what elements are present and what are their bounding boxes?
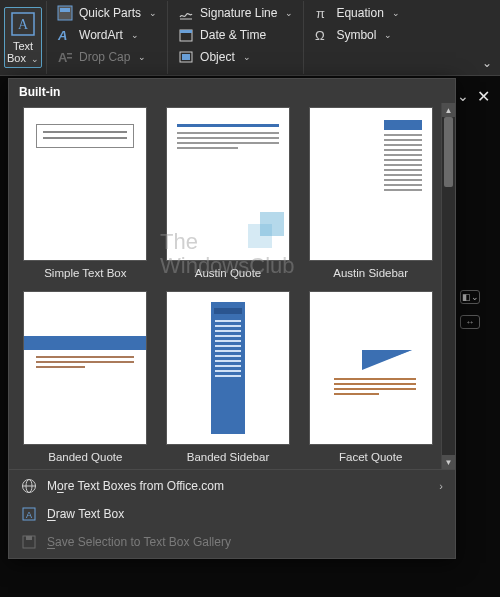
thumbnail: [309, 107, 433, 261]
quick-parts-label: Quick Parts: [79, 6, 141, 20]
drop-cap-button[interactable]: A Drop Cap ⌄: [53, 47, 161, 67]
thumbnail: [309, 291, 433, 445]
gallery-scrollbar[interactable]: ▲ ▼: [441, 103, 455, 469]
signature-line-label: Signature Line: [200, 6, 277, 20]
svg-rect-21: [26, 536, 32, 540]
object-label: Object: [200, 50, 235, 64]
pane-controls: ⌄ ✕: [450, 76, 500, 116]
svg-text:A: A: [26, 510, 32, 520]
wordart-button[interactable]: A WordArt ⌄: [53, 25, 161, 45]
calendar-icon: [178, 27, 194, 43]
equation-icon: π: [314, 5, 330, 21]
svg-rect-12: [182, 54, 190, 60]
tile-label: Banded Quote: [48, 451, 122, 463]
svg-rect-10: [180, 30, 192, 33]
tile-austin-quote[interactable]: Austin Quote: [162, 107, 295, 281]
ribbon-group-symbols: π Equation ⌄ Ω Symbol ⌄: [304, 1, 409, 74]
tile-label: Simple Text Box: [44, 267, 126, 279]
chevron-right-icon: ›: [439, 480, 443, 492]
svg-rect-7: [67, 57, 72, 59]
tile-austin-sidebar[interactable]: Austin Sidebar: [304, 107, 437, 281]
symbol-label: Symbol: [336, 28, 376, 42]
more-text-boxes-label: More Text Boxes from Office.com: [47, 479, 429, 493]
save-selection-label: Save Selection to Text Box Gallery: [47, 535, 443, 549]
scroll-thumb[interactable]: [444, 117, 453, 187]
quick-parts-icon: [57, 5, 73, 21]
drop-cap-icon: A: [57, 49, 73, 65]
draw-text-box-label: Draw Text Box: [47, 507, 443, 521]
tile-banded-sidebar[interactable]: Banded Sidebar: [162, 291, 295, 465]
bg-control-2[interactable]: ↔: [460, 315, 480, 329]
svg-text:A: A: [57, 28, 67, 43]
date-time-label: Date & Time: [200, 28, 266, 42]
globe-icon: [21, 478, 37, 494]
chevron-down-icon: ⌄: [392, 8, 400, 18]
save-icon: [21, 534, 37, 550]
object-button[interactable]: Object ⌄: [174, 47, 297, 67]
tile-banded-quote[interactable]: Banded Quote: [19, 291, 152, 465]
thumbnail: [23, 107, 147, 261]
gallery-wrap: Simple Text Box Austin Quote: [9, 103, 455, 469]
svg-rect-3: [60, 8, 70, 12]
text-box-gallery-panel: Built-in Simple Text Box Austin Quote: [8, 78, 456, 559]
tile-label: Austin Quote: [195, 267, 261, 279]
equation-label: Equation: [336, 6, 383, 20]
gallery-footer: More Text Boxes from Office.com › A Draw…: [9, 469, 455, 558]
signature-icon: [178, 5, 194, 21]
chevron-down-icon: ⌄: [384, 30, 392, 40]
date-time-button[interactable]: Date & Time: [174, 25, 297, 45]
text-box-button[interactable]: A Text Box ⌄: [4, 7, 42, 68]
svg-rect-6: [67, 53, 72, 55]
text-box-label: Text Box ⌄: [7, 40, 39, 65]
chevron-down-icon: ⌄: [243, 52, 251, 62]
close-pane-button[interactable]: ✕: [477, 87, 490, 106]
signature-line-button[interactable]: Signature Line ⌄: [174, 3, 297, 23]
scroll-up-button[interactable]: ▲: [442, 103, 455, 117]
chevron-down-icon: ⌄: [131, 30, 139, 40]
collapse-ribbon-icon[interactable]: ⌄: [482, 56, 492, 70]
text-box-icon: A: [9, 10, 37, 38]
gallery-header: Built-in: [9, 79, 455, 103]
more-text-boxes-menu[interactable]: More Text Boxes from Office.com ›: [9, 472, 455, 500]
gallery-grid: Simple Text Box Austin Quote: [9, 103, 441, 469]
ribbon-group-parts: Quick Parts ⌄ A WordArt ⌄ A Drop Cap ⌄: [47, 1, 168, 74]
palette-icon: ◧: [462, 292, 471, 302]
wordart-icon: A: [57, 27, 73, 43]
bg-control[interactable]: ◧ ⌄: [460, 290, 480, 304]
tile-label: Facet Quote: [339, 451, 402, 463]
svg-text:A: A: [18, 17, 29, 32]
chevron-down-icon: ⌄: [149, 8, 157, 18]
draw-text-box-menu[interactable]: A Draw Text Box: [9, 500, 455, 528]
chevron-down-icon: ⌄: [138, 52, 146, 62]
equation-button[interactable]: π Equation ⌄: [310, 3, 403, 23]
tile-label: Banded Sidebar: [187, 451, 269, 463]
thumbnail: [166, 107, 290, 261]
draw-textbox-icon: A: [21, 506, 37, 522]
drop-cap-label: Drop Cap: [79, 50, 130, 64]
tile-label: Austin Sidebar: [333, 267, 408, 279]
object-icon: [178, 49, 194, 65]
textbox-group: A Text Box ⌄: [0, 1, 47, 74]
ribbon: A Text Box ⌄ Quick Parts ⌄ A WordArt ⌄: [0, 0, 500, 76]
symbol-button[interactable]: Ω Symbol ⌄: [310, 25, 403, 45]
svg-text:π: π: [316, 6, 325, 21]
pane-options-button[interactable]: ⌄: [457, 88, 469, 104]
thumbnail: [23, 291, 147, 445]
chevron-down-icon: ⌄: [31, 54, 39, 64]
svg-text:A: A: [58, 50, 68, 65]
tile-simple-text-box[interactable]: Simple Text Box: [19, 107, 152, 281]
save-selection-menu: Save Selection to Text Box Gallery: [9, 528, 455, 556]
ribbon-group-sig: Signature Line ⌄ Date & Time Object ⌄: [168, 1, 304, 74]
scroll-down-button[interactable]: ▼: [442, 455, 455, 469]
symbol-icon: Ω: [314, 27, 330, 43]
wordart-label: WordArt: [79, 28, 123, 42]
tile-facet-quote[interactable]: Facet Quote: [304, 291, 437, 465]
thumbnail: [166, 291, 290, 445]
chevron-down-icon: ⌄: [285, 8, 293, 18]
quick-parts-button[interactable]: Quick Parts ⌄: [53, 3, 161, 23]
svg-text:Ω: Ω: [315, 28, 325, 43]
